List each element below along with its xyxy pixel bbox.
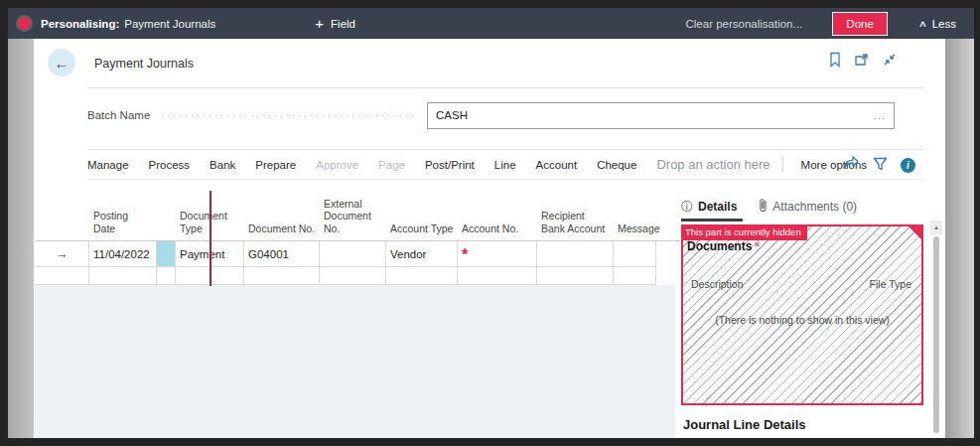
factbox-scrollbar[interactable]: ▲ xyxy=(930,221,942,437)
recipient-bank-account-cell[interactable] xyxy=(537,241,614,267)
less-label: Less xyxy=(932,18,956,30)
empty-cell[interactable] xyxy=(320,267,386,285)
info-icon[interactable]: i xyxy=(901,158,915,173)
batch-name-row: Batch Name CASH ... xyxy=(87,101,895,129)
drop-action-hint: Drop an action here xyxy=(656,157,770,172)
header-posting-date[interactable]: Posting Date xyxy=(89,210,157,240)
batch-name-input[interactable]: CASH ... xyxy=(427,102,895,129)
action-bank[interactable]: Bank xyxy=(210,159,235,171)
header-recipient-bank-account[interactable]: Recipient Bank Account xyxy=(537,210,614,240)
personalising-page-name: Payment Journals xyxy=(124,18,215,30)
documents-part-title: Documents ✕ xyxy=(687,239,761,253)
grid-header-row: Posting Date Document Type Document No. … xyxy=(35,191,690,241)
header-divider xyxy=(87,87,923,88)
document-no-cell[interactable]: G04001 xyxy=(244,241,320,267)
payment-journal-grid: Posting Date Document Type Document No. … xyxy=(35,191,690,285)
dotted-leader xyxy=(162,115,413,116)
action-post-print[interactable]: Post/Print xyxy=(425,159,475,171)
tab-attachments[interactable]: Attachments (0) xyxy=(759,198,857,216)
description-column-label: Description xyxy=(691,278,744,290)
scroll-up-icon: ▲ xyxy=(933,224,939,230)
action-approve: Approve xyxy=(316,159,358,171)
details-info-icon: ⓘ xyxy=(681,199,693,216)
account-type-cell[interactable]: Vendor xyxy=(386,241,458,267)
details-tab-label: Details xyxy=(698,200,737,214)
info-letter: i xyxy=(907,160,910,171)
collapse-icon[interactable] xyxy=(882,52,898,68)
action-account[interactable]: Account xyxy=(536,159,578,171)
paperclip-icon xyxy=(759,198,772,216)
header-account-no[interactable]: Account No. xyxy=(458,223,537,240)
empty-cell[interactable] xyxy=(35,267,89,285)
header-indicator xyxy=(157,235,176,240)
add-field-button[interactable]: + Field xyxy=(315,15,355,32)
open-in-new-window-icon[interactable] xyxy=(854,52,870,68)
hidden-part-documents[interactable]: This part is currently hidden Documents … xyxy=(681,224,923,405)
journal-line-details-title: Journal Line Details xyxy=(683,417,806,432)
file-type-column-label: File Type xyxy=(870,278,911,290)
factbox-tabs: ⓘ Details Attachments (0) xyxy=(681,198,857,216)
personalising-label: Personalising: xyxy=(41,18,119,30)
app-window: Personalising: Payment Journals + Field … xyxy=(0,0,980,446)
action-process[interactable]: Process xyxy=(149,159,191,171)
grid-background xyxy=(35,285,675,438)
documents-title-text: Documents xyxy=(687,239,752,253)
tab-details[interactable]: ⓘ Details xyxy=(681,199,737,216)
clear-personalisation-button[interactable]: Clear personalisation... xyxy=(685,18,802,30)
current-row-arrow-icon: → xyxy=(56,246,69,261)
batch-name-label: Batch Name xyxy=(87,109,150,121)
action-line[interactable]: Line xyxy=(494,159,516,171)
action-separator xyxy=(782,157,783,173)
plus-icon: + xyxy=(315,15,324,32)
corner-marker-icon xyxy=(908,225,922,240)
empty-cell[interactable] xyxy=(244,267,320,285)
empty-cell[interactable] xyxy=(386,267,458,285)
empty-cell[interactable] xyxy=(157,267,176,285)
account-no-cell[interactable]: * xyxy=(458,241,537,267)
less-toggle[interactable]: ∧ Less xyxy=(919,18,956,30)
hidden-part-badge: This part is currently hidden xyxy=(681,224,807,240)
posting-date-cell[interactable]: 11/04/2022 xyxy=(89,241,157,267)
header-document-no[interactable]: Document No. xyxy=(244,223,320,240)
external-document-no-cell[interactable] xyxy=(320,241,386,267)
attachments-tab-label: Attachments (0) xyxy=(772,200,857,214)
empty-cell[interactable] xyxy=(458,267,537,285)
message-cell[interactable] xyxy=(614,241,656,267)
header-account-type[interactable]: Account Type xyxy=(386,223,458,240)
header-external-document-no[interactable]: External Document No. xyxy=(320,198,386,240)
documents-list-headers: Description File Type xyxy=(691,278,911,290)
record-dot-icon xyxy=(18,17,31,30)
back-arrow-icon: ← xyxy=(55,55,70,72)
chevron-up-icon: ∧ xyxy=(918,19,927,29)
empty-cell[interactable] xyxy=(614,267,656,285)
page-scrollbar[interactable] xyxy=(945,39,974,438)
action-cheque[interactable]: Cheque xyxy=(597,159,636,171)
scroll-up-button[interactable]: ▲ xyxy=(930,221,942,234)
header-row-selector xyxy=(35,235,89,240)
remove-part-icon[interactable]: ✕ xyxy=(754,240,761,249)
action-bar: Manage Process Bank Prepare Approve Page… xyxy=(87,149,923,180)
action-prepare[interactable]: Prepare xyxy=(255,159,296,171)
bookmark-icon[interactable] xyxy=(828,52,842,68)
back-button[interactable]: ← xyxy=(48,49,75,76)
row-selector-cell[interactable]: → xyxy=(35,241,89,267)
empty-row xyxy=(35,267,690,285)
header-message[interactable]: Message xyxy=(614,223,656,240)
active-tab-underline xyxy=(681,219,743,222)
empty-cell[interactable] xyxy=(89,267,157,285)
selected-indicator-cell[interactable] xyxy=(157,241,176,267)
share-icon[interactable] xyxy=(843,156,860,175)
done-button[interactable]: Done xyxy=(832,12,888,36)
table-row: → 11/04/2022 Payment G04001 Vendor * xyxy=(35,241,690,267)
required-asterisk: * xyxy=(462,247,468,263)
personalization-column-guide xyxy=(210,191,211,286)
action-manage[interactable]: Manage xyxy=(87,159,129,171)
filter-icon[interactable] xyxy=(873,157,888,175)
assist-edit-ellipsis[interactable]: ... xyxy=(874,109,886,121)
personalization-bar: Personalising: Payment Journals + Field … xyxy=(8,8,974,39)
empty-cell[interactable] xyxy=(537,267,614,285)
add-field-label: Field xyxy=(331,18,355,30)
scrollbar-thumb[interactable] xyxy=(933,236,939,433)
documents-empty-message: (There is nothing to show in this view) xyxy=(683,314,921,326)
page-title: Payment Journals xyxy=(94,57,194,71)
